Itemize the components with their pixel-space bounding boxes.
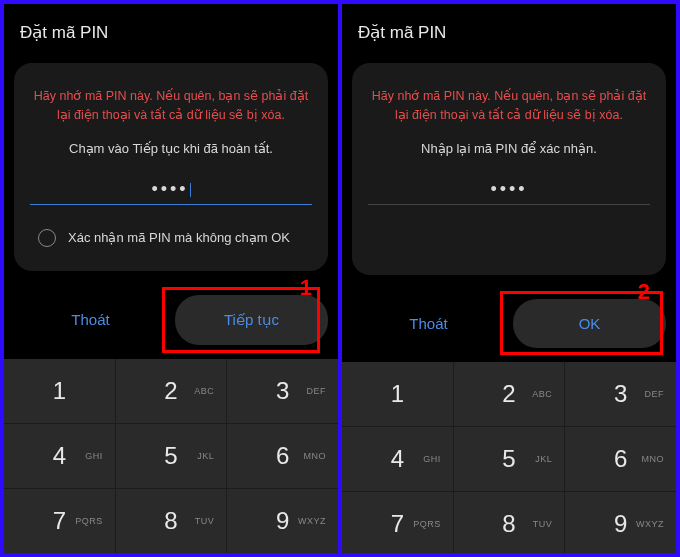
header: Đặt mã PIN (4, 4, 338, 57)
key-9[interactable]: 9WXYZ (565, 492, 676, 554)
pin-card: Hãy nhớ mã PIN này. Nếu quên, bạn sẽ phả… (14, 63, 328, 271)
warning-text: Hãy nhớ mã PIN này. Nếu quên, bạn sẽ phả… (30, 87, 312, 125)
key-1[interactable]: 1 (342, 362, 453, 426)
exit-button[interactable]: Thoát (14, 295, 167, 344)
header: Đặt mã PIN (342, 4, 676, 57)
instruction-text: Chạm vào Tiếp tục khi đã hoàn tất. (30, 141, 312, 156)
key-9[interactable]: 9WXYZ (227, 489, 338, 553)
key-8[interactable]: 8TUV (454, 492, 565, 554)
key-2[interactable]: 2ABC (116, 359, 227, 423)
pin-input[interactable]: •••• (368, 176, 650, 205)
confirm-without-ok-option[interactable]: Xác nhận mã PIN mà không chạm OK (30, 225, 312, 251)
key-7[interactable]: 7PQRS (342, 492, 453, 554)
key-3[interactable]: 3DEF (565, 362, 676, 426)
key-8[interactable]: 8TUV (116, 489, 227, 553)
key-6[interactable]: 6MNO (227, 424, 338, 488)
pin-card: Hãy nhớ mã PIN này. Nếu quên, bạn sẽ phả… (352, 63, 666, 275)
exit-button[interactable]: Thoát (352, 299, 505, 348)
step-badge: 2 (638, 279, 650, 305)
key-5[interactable]: 5JKL (116, 424, 227, 488)
button-row: Thoát OK (342, 285, 676, 362)
key-6[interactable]: 6MNO (565, 427, 676, 491)
numeric-keypad: 1 2ABC 3DEF 4GHI 5JKL 6MNO 7PQRS 8TUV 9W… (342, 362, 676, 554)
button-row: Thoát Tiếp tục (4, 281, 338, 359)
key-2[interactable]: 2ABC (454, 362, 565, 426)
continue-button[interactable]: Tiếp tục (175, 295, 328, 345)
key-7[interactable]: 7PQRS (4, 489, 115, 553)
screen-set-pin-step2: Đặt mã PIN Hãy nhớ mã PIN này. Nếu quên,… (342, 4, 676, 553)
key-4[interactable]: 4GHI (4, 424, 115, 488)
key-4[interactable]: 4GHI (342, 427, 453, 491)
key-5[interactable]: 5JKL (454, 427, 565, 491)
key-3[interactable]: 3DEF (227, 359, 338, 423)
pin-mask: •••• (151, 179, 188, 199)
radio-unchecked-icon (38, 229, 56, 247)
input-underline (368, 204, 650, 205)
text-cursor (190, 183, 191, 197)
checkbox-label: Xác nhận mã PIN mà không chạm OK (68, 230, 290, 245)
warning-text: Hãy nhớ mã PIN này. Nếu quên, bạn sẽ phả… (368, 87, 650, 125)
numeric-keypad: 1 2ABC 3DEF 4GHI 5JKL 6MNO 7PQRS 8TUV 9W… (4, 359, 338, 553)
step-badge: 1 (300, 275, 312, 301)
instruction-text: Nhập lại mã PIN để xác nhận. (368, 141, 650, 156)
key-1[interactable]: 1 (4, 359, 115, 423)
ok-button[interactable]: OK (513, 299, 666, 348)
page-title: Đặt mã PIN (358, 22, 660, 43)
screen-set-pin-step1: Đặt mã PIN Hãy nhớ mã PIN này. Nếu quên,… (4, 4, 338, 553)
page-title: Đặt mã PIN (20, 22, 322, 43)
input-underline (30, 204, 312, 205)
pin-mask: •••• (368, 180, 650, 204)
pin-input[interactable]: •••• (30, 176, 312, 205)
